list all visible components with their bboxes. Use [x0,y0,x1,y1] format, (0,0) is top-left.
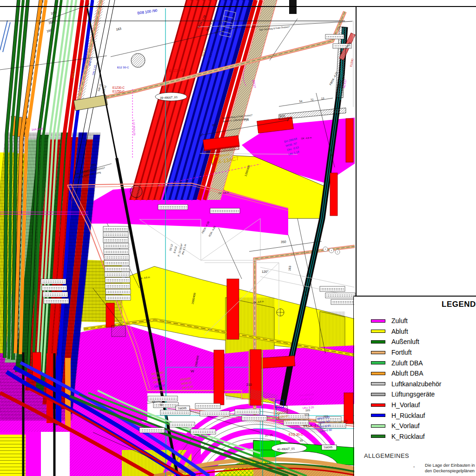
legend-swatch-fortluft [371,351,385,354]
legend-label: Fortluft [391,349,412,356]
legend-label: H_Vorlauf [391,401,420,409]
legend-item-h-vorlauf: H_Vorlauf [371,400,476,410]
legend-label: Lüftungsgeräte [391,390,435,398]
allgemeines-note-line2: den Deckenspiegelplänen [425,469,475,474]
legend-item-h-ruecklauf: H_Rücklauf [371,410,476,421]
drawing-label: 54 [299,100,303,103]
drawing-label: 222 [304,413,310,416]
legend-item-fortluft: Fortluft [371,347,476,358]
legend-item-zuluft-dba: Zuluft DBA [371,357,476,368]
legend-swatch-h-vorlauf [371,403,385,407]
allgemeines-note-line1: Die Lage der Einbauten in [425,463,475,469]
legend-item-k-vorlauf: K_Vorlauf [371,421,476,431]
panel-divider-inner [353,296,354,476]
legend-label: Zuluft [391,317,408,324]
drawing-label: 52 [344,420,348,423]
legend-swatch-abluft-dba [371,372,385,375]
legend-item-lueftungsgeraete: Lüftungsgeräte [371,389,476,400]
legend-swatch-luftkanalzubehoer [371,382,385,385]
drawing-label: E1Q 30-C [289,433,303,436]
drawing-label: 121 [324,415,329,418]
allgemeines-note: Die Lage der Einbauten in den Deckenspie… [425,463,475,474]
drawing-label: 50 [160,403,164,406]
floor-plan-drawing: B08 100 /90E12 30-CE1Z30-CE1Z30-CE1Z50-C… [0,0,356,476]
drawing-label: W [191,369,194,373]
drawing-label: 20+25 [265,434,273,437]
legend-swatch-abluft [371,330,385,333]
drawing-label: TW065 [178,407,187,410]
legend-item-abluft-dba: Abluft DBA [371,368,476,379]
drawing-label: 165 [305,409,311,412]
legend-item-aussenluft: Außenluft [371,337,476,347]
drawing-label: 55 [300,439,304,442]
allgemeines-title: ALLGEMEINES [364,452,409,459]
drawing-label: 13 [321,97,325,100]
legend-swatch-zuluft-dba [371,361,385,364]
legend-label: Abluft DBA [391,370,423,377]
legend-item-abluft: Abluft [371,326,476,337]
legend-label: Luftkanalzubehör [391,380,441,388]
drawing-label: E1Z30-C [112,86,125,89]
legend-label: H_Rücklauf [391,412,425,419]
drawing-label: 210 [246,383,252,386]
legend-swatch-k-ruecklauf [371,435,385,438]
allgemeines-bullet: - [413,464,415,469]
legend-item-luftkanalzubehoer: Luftkanalzubehör [371,379,476,390]
legend-item-zuluft: Zuluft [371,316,476,326]
legend-swatch-lueftungsgeraete [371,393,385,396]
legend-items: ZuluftAbluftAußenluftFortluftZuluft DBAA… [371,316,476,442]
drawing-label: E12 30-C [117,66,129,69]
cad-application-window: B08 100 /90E12 30-CE1Z30-CE1Z30-CE1Z50-C… [0,0,476,476]
legend-label: Zuluft DBA [391,359,423,367]
drawing-label: 163 [288,265,291,271]
legend-label: Abluft [391,328,408,335]
legend-label: K_Vorlauf [391,422,420,430]
drawing-label: L-12 450x125 [132,120,136,136]
drawing-label: E1Z30-C [169,68,185,73]
drawing-label: TW065 [324,446,333,449]
legend-label: Außenluft [391,338,419,345]
drawing-label: E1Z50-C [112,90,125,93]
allgemeines-panel: ALLGEMEINES - Die Lage der Einbauten in … [354,446,476,476]
sheet-frame-top [0,6,476,7]
legend-swatch-zuluft [371,319,385,323]
drawing-label: 72 [311,99,314,101]
legend-title: LEGENDE [442,300,476,309]
legend-swatch-aussenluft [371,340,385,344]
drawing-label: 350 [281,240,286,244]
legend-swatch-h-ruecklauf [371,414,385,417]
drawing-label: 80 [212,123,216,127]
legend-label: K_Rücklauf [391,433,425,440]
legend-panel: LEGENDE ZuluftAbluftAußenluftFortluftZul… [354,296,476,447]
legend-item-k-ruecklauf: K_Rücklauf [371,431,476,442]
drawing-label: 120° [262,270,269,273]
legend-swatch-k-vorlauf [371,424,385,428]
